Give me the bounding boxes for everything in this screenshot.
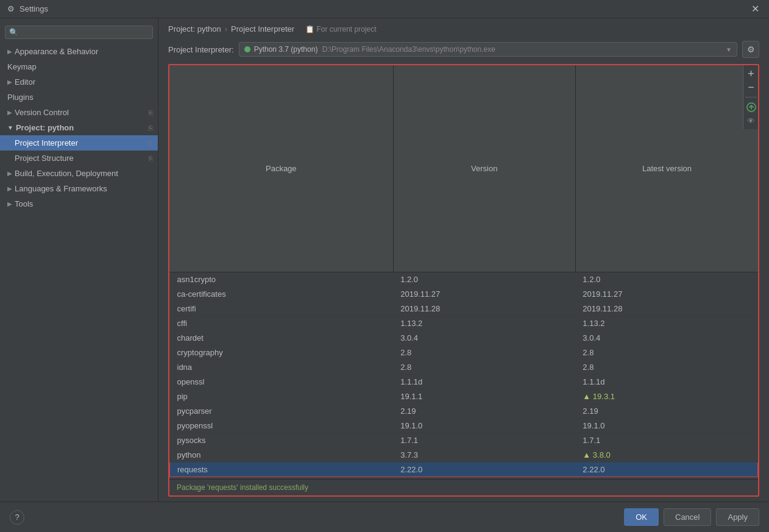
table-row[interactable]: ca-certificates2019.11.272019.11.27 bbox=[170, 286, 758, 301]
package-version: 19.1.0 bbox=[393, 418, 575, 433]
table-row[interactable]: setuptools41.0.1▲ 42.0.2 bbox=[170, 477, 758, 479]
package-latest: 1.7.1 bbox=[575, 433, 757, 447]
package-name: pip bbox=[170, 389, 394, 403]
arrow-icon: ▶ bbox=[7, 79, 12, 85]
sidebar-item-label: Tools bbox=[15, 199, 33, 208]
package-version: 1.7.1 bbox=[393, 433, 575, 447]
copy-icon: ⎘ bbox=[149, 109, 153, 116]
breadcrumb-project: Project: python bbox=[168, 24, 221, 34]
breadcrumb-separator: › bbox=[225, 24, 227, 34]
package-latest: 2.22.0 bbox=[575, 462, 757, 477]
package-version: 2.8 bbox=[393, 345, 575, 360]
package-latest: ▲ 19.3.1 bbox=[575, 389, 757, 403]
interpreter-name: Python 3.7 (python) D:\Program Files\Ana… bbox=[254, 45, 722, 54]
interpreter-row: Project Interpreter: Python 3.7 (python)… bbox=[158, 38, 769, 64]
copy-icon: ⎘ bbox=[149, 155, 153, 162]
status-bar: Package 'requests' installed successfull… bbox=[169, 479, 758, 495]
table-row[interactable]: openssl1.1.1d1.1.1d bbox=[170, 374, 758, 389]
table-row[interactable]: cffi1.13.21.13.2 bbox=[170, 316, 758, 330]
search-box[interactable]: 🔍 bbox=[5, 26, 153, 39]
package-version: 19.1.1 bbox=[393, 389, 575, 403]
table-scroll[interactable]: asn1crypto1.2.01.2.0ca-certificates2019.… bbox=[169, 272, 758, 479]
help-button[interactable]: ? bbox=[10, 510, 24, 525]
apply-button[interactable]: Apply bbox=[716, 508, 759, 526]
table-row[interactable]: pysocks1.7.11.7.1 bbox=[170, 433, 758, 447]
package-latest: 2.8 bbox=[575, 345, 757, 360]
sidebar-item-label: Project Structure bbox=[15, 154, 74, 163]
table-row[interactable]: idna2.82.8 bbox=[170, 360, 758, 374]
package-version: 1.1.1d bbox=[393, 374, 575, 389]
search-icon: 🔍 bbox=[9, 28, 18, 37]
sidebar-item-build-execution[interactable]: ▶ Build, Execution, Deployment bbox=[0, 166, 158, 181]
package-name: certifi bbox=[170, 301, 394, 316]
table-row[interactable]: chardet3.0.43.0.4 bbox=[170, 330, 758, 345]
sidebar-item-version-control[interactable]: ▶ Version Control ⎘ bbox=[0, 105, 158, 120]
sidebar-item-appearance[interactable]: ▶ Appearance & Behavior bbox=[0, 44, 158, 59]
sidebar-item-project-interpreter[interactable]: Project Interpreter ⎘ bbox=[0, 135, 158, 151]
package-latest: 3.0.4 bbox=[575, 330, 757, 345]
table-row[interactable]: asn1crypto1.2.01.2.0 bbox=[170, 272, 758, 287]
app-icon: ⚙ bbox=[6, 4, 16, 14]
package-version: 2019.11.27 bbox=[393, 286, 575, 301]
title-bar-left: ⚙ Settings bbox=[6, 4, 48, 14]
sidebar-item-languages[interactable]: ▶ Languages & Frameworks bbox=[0, 181, 158, 196]
package-version: 2.22.0 bbox=[393, 462, 575, 477]
package-version: 1.13.2 bbox=[393, 316, 575, 330]
add-package-button[interactable]: + bbox=[745, 68, 757, 80]
sidebar-item-label: Plugins bbox=[7, 93, 34, 102]
col-latest: Latest version bbox=[576, 65, 758, 272]
table-row[interactable]: pycparser2.192.19 bbox=[170, 403, 758, 418]
sidebar: 🔍 ▶ Appearance & Behavior Keymap ▶ Edito… bbox=[0, 18, 158, 502]
package-latest: 2019.11.27 bbox=[575, 286, 757, 301]
sidebar-item-editor[interactable]: ▶ Editor bbox=[0, 74, 158, 90]
close-button[interactable]: ✕ bbox=[748, 2, 763, 16]
package-name: pysocks bbox=[170, 433, 394, 447]
search-input[interactable] bbox=[21, 28, 149, 37]
side-buttons: + − 👁 bbox=[743, 65, 758, 129]
package-latest: 1.1.1d bbox=[575, 374, 757, 389]
arrow-icon: ▶ bbox=[7, 170, 12, 177]
package-version: 3.0.4 bbox=[393, 330, 575, 345]
sidebar-item-label: Editor bbox=[15, 77, 35, 87]
chevron-down-icon: ▼ bbox=[726, 46, 732, 53]
table-row[interactable]: cryptography2.82.8 bbox=[170, 345, 758, 360]
sidebar-item-tools[interactable]: ▶ Tools bbox=[0, 196, 158, 211]
interpreter-label: Project Interpreter: bbox=[168, 45, 234, 54]
arrow-icon: ▶ bbox=[7, 185, 12, 192]
package-name: cryptography bbox=[170, 345, 394, 360]
arrow-icon: ▶ bbox=[7, 109, 12, 116]
arrow-open-icon: ▼ bbox=[7, 124, 13, 131]
remove-package-button[interactable]: − bbox=[745, 81, 757, 93]
package-latest: ▲ 3.8.0 bbox=[575, 447, 757, 462]
gear-button[interactable]: ⚙ bbox=[742, 41, 759, 58]
package-latest: 2.19 bbox=[575, 403, 757, 418]
table-row[interactable]: requests2.22.02.22.0 bbox=[170, 462, 758, 477]
ok-button[interactable]: OK bbox=[624, 508, 659, 526]
package-name: openssl bbox=[170, 374, 394, 389]
table-row[interactable]: pip19.1.1▲ 19.3.1 bbox=[170, 389, 758, 403]
arrow-icon: ▶ bbox=[7, 48, 12, 55]
title-bar: ⚙ Settings ✕ bbox=[0, 0, 769, 18]
package-name: pyopenssl bbox=[170, 418, 394, 433]
for-current-label: 📋 For current project bbox=[305, 25, 376, 34]
table-row[interactable]: python3.7.3▲ 3.8.0 bbox=[170, 447, 758, 462]
package-version: 41.0.1 bbox=[393, 477, 575, 479]
package-version: 2.8 bbox=[393, 360, 575, 374]
package-name: setuptools bbox=[170, 477, 394, 479]
eye-button[interactable]: 👁 bbox=[745, 115, 757, 127]
package-version: 2019.11.28 bbox=[393, 301, 575, 316]
package-version: 2.19 bbox=[393, 403, 575, 418]
col-package: Package bbox=[169, 65, 393, 272]
interpreter-select-dropdown[interactable]: Python 3.7 (python) D:\Program Files\Ana… bbox=[239, 42, 737, 57]
package-name: pycparser bbox=[170, 403, 394, 418]
cancel-button[interactable]: Cancel bbox=[664, 508, 711, 526]
sidebar-item-project-python[interactable]: ▼ Project: python ⎘ bbox=[0, 120, 158, 135]
package-latest: 2019.11.28 bbox=[575, 301, 757, 316]
sidebar-item-keymap[interactable]: Keymap bbox=[0, 59, 158, 74]
package-name: ca-certificates bbox=[170, 286, 394, 301]
sidebar-item-plugins[interactable]: Plugins bbox=[0, 90, 158, 105]
table-row[interactable]: pyopenssl19.1.019.1.0 bbox=[170, 418, 758, 433]
upgrade-button[interactable] bbox=[745, 101, 757, 113]
table-row[interactable]: certifi2019.11.282019.11.28 bbox=[170, 301, 758, 316]
sidebar-item-project-structure[interactable]: Project Structure ⎘ bbox=[0, 151, 158, 166]
